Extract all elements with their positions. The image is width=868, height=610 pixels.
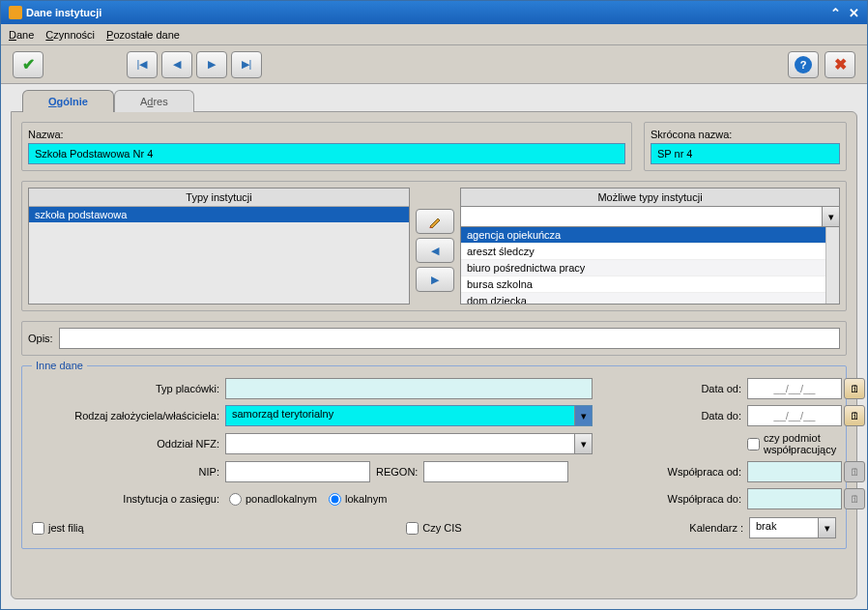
wspolpraca-od-input[interactable] xyxy=(747,461,842,482)
wspolpraca-do-cal-button[interactable]: 🗓 xyxy=(844,488,865,509)
calendar-icon: 🗓 xyxy=(850,466,860,478)
nav-prev-button[interactable]: ◀ xyxy=(161,51,192,78)
opis-box: Opis: xyxy=(21,321,847,356)
first-icon: |◀ xyxy=(137,58,148,71)
check-icon: ✔ xyxy=(22,55,35,73)
arrow-right-icon: ▶ xyxy=(431,274,439,286)
calendar-icon: 🗓 xyxy=(850,383,860,394)
kalendarz-select[interactable]: brak ▾ xyxy=(749,517,836,538)
edit-type-button[interactable] xyxy=(416,209,454,234)
zasieg-ponad-radio[interactable]: ponadlokalnym xyxy=(229,493,317,506)
window-title: Dane instytucji xyxy=(26,7,101,18)
tab-panel-ogolnie: Nazwa: Skrócona nazwa: Typy instytucji s… xyxy=(11,111,857,599)
menu-dane[interactable]: Dane xyxy=(9,29,34,41)
tabs: Ogólnie Adres xyxy=(11,90,857,112)
nip-input[interactable] xyxy=(225,461,370,482)
nazwa-input[interactable] xyxy=(28,143,625,164)
inne-dane-box: Inne dane Typ placówki: Data od: 🗓 Rodza… xyxy=(21,365,847,549)
move-left-button[interactable]: ◀ xyxy=(416,238,454,263)
nav-first-button[interactable]: |◀ xyxy=(127,51,158,78)
app-icon xyxy=(9,6,22,19)
collapse-icon[interactable]: ⌃ xyxy=(830,6,841,20)
titlebar: Dane instytucji ⌃ ✕ xyxy=(1,1,867,24)
inne-legend: Inne dane xyxy=(32,360,87,371)
wspolpraca-od-cal-button[interactable]: 🗓 xyxy=(844,461,865,482)
menu-pozostale[interactable]: Pozostałe dane xyxy=(106,29,180,41)
calendar-icon: 🗓 xyxy=(850,410,860,421)
kalendarz-label: Kalendarz : xyxy=(689,522,743,534)
jest-filia-label: jest filią xyxy=(48,522,84,534)
czy-podmiot-label: czy podmiot współpracujący xyxy=(764,432,868,455)
opis-label: Opis: xyxy=(28,333,53,344)
skrocona-input[interactable] xyxy=(651,143,840,164)
cancel-button[interactable]: ✖ xyxy=(825,51,855,78)
rodzaj-select[interactable]: samorząd terytorialny ▾ xyxy=(225,405,593,426)
regon-label: REGON: xyxy=(376,466,418,478)
chevron-down-icon[interactable]: ▾ xyxy=(818,518,835,537)
last-icon: ▶| xyxy=(242,58,252,71)
chevron-down-icon[interactable]: ▾ xyxy=(574,406,592,425)
app-window: Dane instytucji ⌃ ✕ Dane Czynności Pozos… xyxy=(0,0,868,610)
rodzaj-value: samorząd terytorialny xyxy=(232,408,333,420)
help-button[interactable]: ? xyxy=(788,51,819,78)
types-dropdown[interactable]: agencja opiekuńcza areszt śledczy biuro … xyxy=(460,227,840,305)
typ-placowki-label: Typ placówki: xyxy=(32,383,225,394)
data-od-input[interactable] xyxy=(747,378,842,399)
types-left-item[interactable]: szkoła podstawowa xyxy=(29,207,409,222)
kalendarz-value: brak xyxy=(756,520,776,532)
arrow-left-icon: ◀ xyxy=(431,245,439,257)
czy-podmiot-checkbox[interactable] xyxy=(747,438,760,450)
jest-filia-checkbox[interactable] xyxy=(32,522,44,535)
toolbar: ✔ |◀ ◀ ▶ ▶| ? ✖ xyxy=(1,45,867,84)
opis-input[interactable] xyxy=(59,328,840,349)
regon-input[interactable] xyxy=(423,461,568,482)
types-combo[interactable]: ▾ xyxy=(460,206,840,227)
scrollbar[interactable] xyxy=(825,227,839,304)
data-od-cal-button[interactable]: 🗓 xyxy=(844,378,865,399)
chevron-down-icon[interactable]: ▾ xyxy=(822,207,839,226)
data-do-cal-button[interactable]: 🗓 xyxy=(844,405,865,426)
czy-cis-label: Czy CIS xyxy=(422,522,461,534)
content-area: Ogólnie Adres Nazwa: Skrócona nazwa: Typ… xyxy=(1,84,867,609)
data-od-label: Data od: xyxy=(622,383,747,394)
skrocona-label: Skrócona nazwa: xyxy=(651,129,840,140)
nip-label: NIP: xyxy=(32,466,225,478)
type-option[interactable]: biuro pośrednictwa pracy xyxy=(461,260,839,276)
zasieg-lokal-radio[interactable]: lokalnym xyxy=(329,493,387,506)
oddzial-label: Oddział NFZ: xyxy=(32,438,225,450)
czy-cis-checkbox[interactable] xyxy=(406,522,419,535)
next-icon: ▶ xyxy=(208,58,216,71)
types-left-list[interactable]: szkoła podstawowa xyxy=(29,207,409,304)
nazwa-label: Nazwa: xyxy=(28,129,625,140)
nazwa-block: Nazwa: xyxy=(21,122,632,171)
accept-button[interactable]: ✔ xyxy=(13,51,43,78)
nav-next-button[interactable]: ▶ xyxy=(196,51,227,78)
pencil-icon xyxy=(428,215,442,228)
wspolpraca-od-label: Współpraca od: xyxy=(622,466,747,478)
menu-czynnosci[interactable]: Czynności xyxy=(45,29,95,41)
oddzial-select[interactable]: ▾ xyxy=(225,433,593,454)
data-do-label: Data do: xyxy=(622,410,747,421)
tab-adres[interactable]: Adres xyxy=(114,90,194,112)
wspolpraca-do-label: Współpraca do: xyxy=(622,493,747,505)
wspolpraca-do-input[interactable] xyxy=(747,488,842,509)
type-option[interactable]: areszt śledczy xyxy=(461,244,839,260)
nav-last-button[interactable]: ▶| xyxy=(231,51,262,78)
help-icon: ? xyxy=(795,56,812,73)
types-right-panel: Możliwe typy instytucji ▾ agencja opieku… xyxy=(460,188,840,305)
types-mid-buttons: ◀ ▶ xyxy=(416,188,454,305)
prev-icon: ◀ xyxy=(173,58,181,71)
calendar-icon: 🗓 xyxy=(850,493,860,505)
close-icon[interactable]: ✕ xyxy=(849,6,859,20)
types-right-header: Możliwe typy instytucji xyxy=(460,188,840,206)
typ-placowki-input[interactable] xyxy=(225,378,593,399)
move-right-button[interactable]: ▶ xyxy=(416,267,454,292)
chevron-down-icon[interactable]: ▾ xyxy=(574,434,592,453)
tab-ogolnie[interactable]: Ogólnie xyxy=(22,90,114,112)
type-option[interactable]: bursa szkolna xyxy=(461,276,839,293)
type-option[interactable]: dom dziecka xyxy=(461,293,839,305)
type-option[interactable]: agencja opiekuńcza xyxy=(461,227,839,244)
types-box: Typy instytucji szkoła podstawowa ◀ ▶ Mo… xyxy=(21,181,847,311)
rodzaj-label: Rodzaj założyciela/właściciela: xyxy=(32,410,225,421)
data-do-input[interactable] xyxy=(747,405,842,426)
